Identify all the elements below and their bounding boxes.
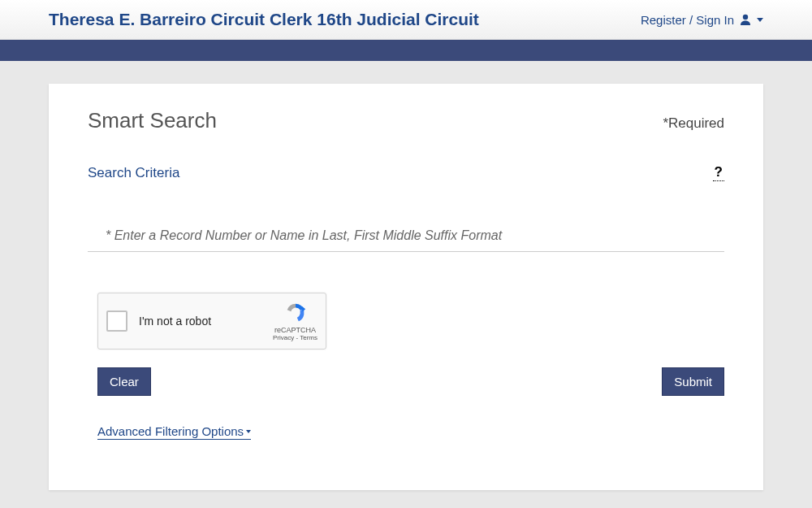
user-icon xyxy=(739,13,752,26)
advanced-filtering-link[interactable]: Advanced Filtering Options xyxy=(97,424,251,440)
advanced-label: Advanced Filtering Options xyxy=(97,424,244,438)
search-card: Smart Search *Required Search Criteria ?… xyxy=(49,84,763,490)
nav-strip xyxy=(0,40,812,61)
criteria-row: Search Criteria ? xyxy=(88,164,724,181)
search-input[interactable] xyxy=(88,222,724,252)
submit-button[interactable]: Submit xyxy=(662,367,724,396)
content-wrapper: Smart Search *Required Search Criteria ?… xyxy=(0,61,812,490)
svg-point-0 xyxy=(743,15,748,20)
criteria-label: Search Criteria xyxy=(88,165,179,181)
recaptcha-label: I'm not a robot xyxy=(139,315,273,328)
site-title: Theresa E. Barreiro Circuit Clerk 16th J… xyxy=(49,10,479,29)
help-icon[interactable]: ? xyxy=(713,164,724,181)
recaptcha-brand: reCAPTCHA xyxy=(274,326,316,334)
chevron-down-icon xyxy=(757,18,763,22)
required-label: *Required xyxy=(663,115,724,132)
card-header: Smart Search *Required xyxy=(88,108,724,133)
recaptcha-logo-icon xyxy=(283,301,308,325)
recaptcha-links[interactable]: Privacy - Terms xyxy=(273,334,317,341)
signin-label: Register / Sign In xyxy=(641,13,734,27)
page-title: Smart Search xyxy=(88,108,217,133)
button-row: Clear Submit xyxy=(97,367,724,396)
header-bar: Theresa E. Barreiro Circuit Clerk 16th J… xyxy=(0,0,812,40)
signin-dropdown[interactable]: Register / Sign In xyxy=(641,13,763,27)
clear-button[interactable]: Clear xyxy=(97,367,151,396)
recaptcha-widget: I'm not a robot reCAPTCHA Privacy - Term… xyxy=(97,293,326,350)
recaptcha-branding: reCAPTCHA Privacy - Terms xyxy=(273,301,317,341)
chevron-down-icon xyxy=(246,430,251,433)
recaptcha-checkbox[interactable] xyxy=(106,310,127,332)
